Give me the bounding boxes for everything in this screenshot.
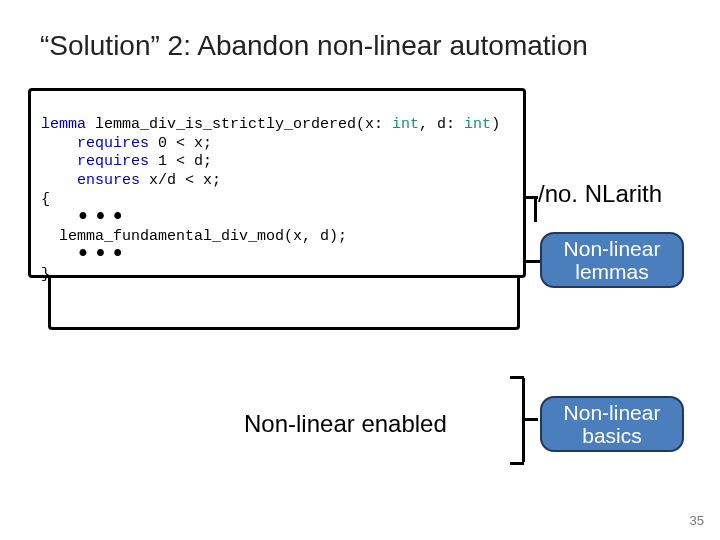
kw-requires: requires — [41, 153, 149, 170]
brace-icon — [510, 370, 538, 470]
kw-requires: requires — [41, 135, 149, 152]
type-int: int — [383, 116, 419, 133]
page-number: 35 — [690, 513, 704, 528]
code-text: } — [41, 266, 50, 283]
code-text: ) — [491, 116, 500, 133]
kw-lemma: lemma — [41, 116, 86, 133]
code-text: x/d < x; — [140, 172, 221, 189]
nonlinear-enabled-label: Non-linear enabled — [244, 410, 447, 438]
pill-nonlinear-lemmas: Non-linear lemmas — [540, 232, 684, 288]
ellipsis-icon: ••• — [41, 212, 128, 224]
connector-line — [534, 196, 537, 222]
ellipsis-icon: ••• — [41, 249, 128, 261]
kw-ensures: ensures — [41, 172, 140, 189]
pill-nonlinear-basics: Non-linear basics — [540, 396, 684, 452]
code-text: 1 < d; — [149, 153, 212, 170]
connector-line — [524, 260, 540, 263]
code-text: , d: — [419, 116, 455, 133]
compiler-flag-label: /no. NLarith — [538, 180, 662, 208]
code-text: 0 < x; — [149, 135, 212, 152]
code-box-front: lemma lemma_div_is_strictly_ordered(x: i… — [28, 88, 526, 278]
type-int: int — [455, 116, 491, 133]
slide: “Solution” 2: Abandon non-linear automat… — [0, 0, 720, 540]
slide-title: “Solution” 2: Abandon non-linear automat… — [40, 30, 680, 62]
code-text: lemma_div_is_strictly_ordered(x: — [86, 116, 383, 133]
